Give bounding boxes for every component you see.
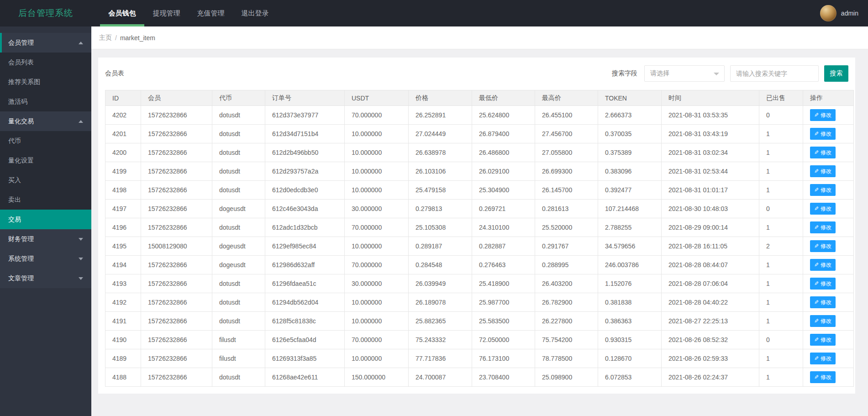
sidebar-item-7[interactable]: 量化设置 [0,151,91,170]
cell-member: 15726232866 [141,293,212,312]
edit-button[interactable]: ✎修改 [810,278,836,290]
col-header-order-no: 订单号 [265,90,345,106]
edit-button[interactable]: ✎修改 [810,184,836,196]
cell-time: 2021-08-26 02:24:37 [662,368,759,387]
sidebar-item-label: 量化交易 [8,117,34,126]
tab-4[interactable]: 退出登录 [233,0,277,26]
cell-id: 4201 [105,125,141,143]
cell-sold: 1 [759,349,803,368]
edit-button-label: 修改 [821,109,831,121]
sidebar-item-label: 会员列表 [8,58,34,67]
sidebar-menu: 会员管理会员列表推荐关系图激活码量化交易代币量化设置买入卖出交易财务管理系统管理… [0,26,91,416]
edit-button[interactable]: ✎修改 [810,221,836,233]
chevron-down-icon [79,238,83,241]
avatar[interactable] [820,5,836,21]
edit-icon: ✎ [814,147,819,158]
sidebar-item-2[interactable]: 会员列表 [0,53,91,72]
search-field-select[interactable]: 请选择 [644,65,725,82]
edit-button[interactable]: ✎修改 [810,240,836,252]
edit-button[interactable]: ✎修改 [810,371,836,383]
cell-min-price: 72.050000 [472,331,535,349]
sidebar-item-11[interactable]: 财务管理 [0,229,91,249]
cell-token-amount: 6.072853 [598,368,662,387]
col-header-action: 操作 [803,90,854,106]
cell-sold: 1 [759,162,803,181]
sidebar-item-4[interactable]: 激活码 [0,92,91,111]
cell-min-price: 25.624800 [472,106,535,125]
sidebar-item-8[interactable]: 买入 [0,170,91,190]
edit-button[interactable]: ✎修改 [810,109,836,121]
cell-id: 4190 [105,331,141,349]
tab-2[interactable]: 提现管理 [144,0,189,26]
edit-icon: ✎ [814,278,819,290]
sidebar-item-10[interactable]: 交易 [0,210,91,229]
sidebar-item-3[interactable]: 推荐关系图 [0,72,91,92]
cell-max-price: 25.098900 [535,368,598,387]
cell-time: 2021-08-28 04:40:22 [662,293,759,312]
table-row: 419715726232866dogeusdt612c46e3043da30.0… [105,200,854,218]
edit-icon: ✎ [814,296,819,308]
edit-button[interactable]: ✎修改 [810,353,836,364]
cell-sold: 0 [759,331,803,349]
col-header-id: ID [105,90,141,106]
sidebar-item-1[interactable]: 会员管理 [0,33,91,53]
cell-token-amount: 2.788255 [598,218,662,237]
tab-label: 充值管理 [197,9,225,18]
admin-username[interactable]: admin [841,10,858,17]
table-row: 419615726232866dotusdt612adc1d32bcb70.00… [105,218,854,237]
sidebar-item-label: 代币 [8,137,21,145]
sidebar-item-12[interactable]: 系统管理 [0,249,91,269]
sidebar-item-6[interactable]: 代币 [0,131,91,151]
breadcrumb-current: market_item [120,34,155,42]
cell-time: 2021-08-26 02:59:33 [662,349,759,368]
cell-sold: 0 [759,200,803,218]
tab-3[interactable]: 充值管理 [189,0,233,26]
sidebar-item-label: 量化设置 [8,157,34,165]
chevron-down-icon [79,258,83,260]
cell-max-price: 27.055800 [535,143,598,162]
edit-button[interactable]: ✎修改 [810,296,836,308]
cell-max-price: 75.754200 [535,331,598,349]
cell-usdt: 10.000000 [345,349,409,368]
cell-order-no: 612d0edcdb3e0 [265,181,345,200]
cell-token-amount: 1.152076 [598,274,662,293]
table-row: 419315726232866dotusdt61296fdaea51c30.00… [105,274,854,293]
search-button[interactable]: 搜索 [824,65,848,82]
cell-order-no: 61296fdaea51c [265,274,345,293]
member-table-card: 会员表 搜索字段 请选择 搜索 ID会员代币订单号USDT价格最低价最高价TOK… [98,58,855,394]
edit-button[interactable]: ✎修改 [810,147,836,158]
col-header-member: 会员 [141,90,212,106]
cell-action: ✎修改 [803,293,854,312]
sidebar-item-5[interactable]: 量化交易 [0,111,91,131]
cell-id: 4188 [105,368,141,387]
edit-button[interactable]: ✎修改 [810,334,836,346]
cell-action: ✎修改 [803,162,854,181]
cell-order-no: 61294db562d04 [265,293,345,312]
edit-button[interactable]: ✎修改 [810,203,836,215]
cell-usdt: 10.000000 [345,237,409,256]
cell-id: 4202 [105,106,141,125]
cell-member: 15726232866 [141,162,212,181]
cell-token-name: dogeusdt [212,237,265,256]
tab-1[interactable]: 会员钱包 [100,0,144,26]
cell-member: 15726232866 [141,274,212,293]
cell-action: ✎修改 [803,181,854,200]
cell-token-name: filusdt [212,331,265,349]
edit-button[interactable]: ✎修改 [810,128,836,140]
edit-button[interactable]: ✎修改 [810,259,836,271]
search-input[interactable] [730,65,819,82]
sidebar-item-9[interactable]: 卖出 [0,190,91,210]
edit-button[interactable]: ✎修改 [810,315,836,327]
cell-price: 0.284548 [409,256,472,274]
cell-action: ✎修改 [803,143,854,162]
market-item-table: ID会员代币订单号USDT价格最低价最高价TOKEN时间已出售操作 420215… [105,90,854,387]
cell-order-no: 612d293757a2a [265,162,345,181]
edit-button-label: 修改 [821,165,831,177]
sidebar-item-13[interactable]: 文章管理 [0,269,91,288]
cell-max-price: 27.456700 [535,125,598,143]
cell-action: ✎修改 [803,256,854,274]
cell-min-price: 0.282887 [472,237,535,256]
edit-button[interactable]: ✎修改 [810,165,836,177]
breadcrumb-home[interactable]: 主页 [99,34,112,42]
cell-token-name: dotusdt [212,125,265,143]
